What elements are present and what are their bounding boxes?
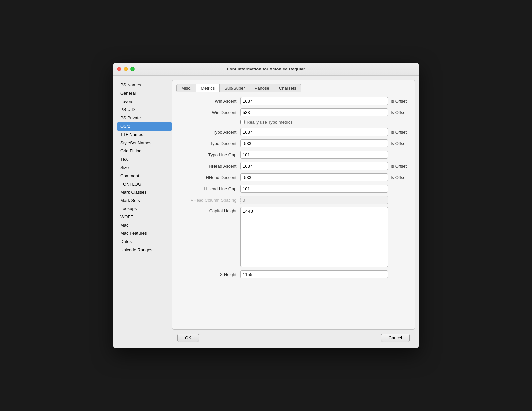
- minimize-button[interactable]: [124, 67, 128, 71]
- vhead-col-spacing-label: VHead Column Spacing:: [176, 198, 238, 203]
- win-descent-row: Win Descent: Is Offset: [176, 108, 411, 116]
- win-ascent-label: Win Ascent:: [176, 99, 238, 104]
- typo-ascent-row: Typo Ascent: Is Offset: [176, 128, 411, 136]
- win-ascent-input[interactable]: [240, 97, 388, 105]
- hhead-ascent-offset: Is Offset: [391, 164, 411, 169]
- sidebar-item-grid-fitting[interactable]: Grid Fitting: [117, 147, 172, 155]
- win-ascent-row: Win Ascent: Is Offset: [176, 97, 411, 105]
- hhead-ascent-input[interactable]: [240, 162, 388, 170]
- really-use-typo-checkbox[interactable]: [240, 120, 245, 124]
- sidebar-item-lookups[interactable]: Lookups: [117, 205, 172, 213]
- sidebar-item-tex[interactable]: TeX: [117, 155, 172, 164]
- sidebar-item-fontlog[interactable]: FONTLOG: [117, 180, 172, 189]
- typo-ascent-offset: Is Offset: [391, 130, 411, 135]
- sidebar-item-mark-classes[interactable]: Mark Classes: [117, 188, 172, 197]
- win-ascent-offset: Is Offset: [391, 99, 411, 104]
- typo-descent-row: Typo Descent: Is Offset: [176, 139, 411, 147]
- window-body: PS NamesGeneralLayersPS UIDPS PrivateOS/…: [113, 76, 419, 348]
- x-height-row: X Height:: [176, 270, 411, 278]
- win-descent-input[interactable]: [240, 108, 388, 116]
- hhead-line-gap-label: HHead Line Gap:: [176, 186, 238, 191]
- bottom-bar: OK Cancel: [172, 330, 415, 344]
- typo-line-gap-row: Typo Line Gap:: [176, 151, 411, 159]
- hhead-line-gap-input[interactable]: [240, 185, 388, 193]
- tabs: Misc.MetricsSub/SuperPanoseCharsets: [176, 84, 411, 92]
- tab-subsuper[interactable]: Sub/Super: [220, 84, 250, 92]
- window-title: Font Information for Aclonica-Regular: [227, 67, 305, 71]
- typo-ascent-input[interactable]: [240, 128, 388, 136]
- hhead-descent-offset: Is Offset: [391, 175, 411, 180]
- really-use-typo-row: Really use Typo metrics: [176, 120, 411, 125]
- tab-misc[interactable]: Misc.: [176, 84, 196, 92]
- sidebar-item-ttf-names[interactable]: TTF Names: [117, 131, 172, 139]
- sidebar-item-mac[interactable]: Mac: [117, 221, 172, 230]
- maximize-button[interactable]: [130, 67, 135, 71]
- sidebar-item-os2[interactable]: OS/2: [117, 122, 172, 131]
- window-controls: [117, 67, 135, 71]
- typo-line-gap-label: Typo Line Gap:: [176, 152, 238, 157]
- content-area: Misc.MetricsSub/SuperPanoseCharsets Win …: [172, 80, 415, 330]
- main-window: Font Information for Aclonica-Regular PS…: [113, 63, 419, 348]
- win-descent-label: Win Descent:: [176, 110, 238, 115]
- sidebar-item-comment[interactable]: Comment: [117, 172, 172, 180]
- typo-ascent-label: Typo Ascent:: [176, 130, 238, 135]
- close-button[interactable]: [117, 67, 121, 71]
- capital-height-row: Capital Height: 1440: [176, 207, 411, 267]
- capital-height-textarea[interactable]: 1440: [240, 207, 388, 267]
- sidebar-item-mark-sets[interactable]: Mark Sets: [117, 197, 172, 205]
- form-area: Win Ascent: Is Offset Win Descent: Is Of…: [176, 97, 411, 325]
- cancel-button[interactable]: Cancel: [381, 334, 410, 342]
- ok-button[interactable]: OK: [177, 334, 199, 342]
- titlebar: Font Information for Aclonica-Regular: [113, 63, 419, 76]
- sidebar: PS NamesGeneralLayersPS UIDPS PrivateOS/…: [117, 80, 172, 344]
- sidebar-item-ps-names[interactable]: PS Names: [117, 81, 172, 89]
- tab-charsets[interactable]: Charsets: [274, 84, 301, 92]
- hhead-ascent-row: HHead Ascent: Is Offset: [176, 162, 411, 170]
- hhead-descent-label: HHead Descent:: [176, 175, 238, 180]
- capital-height-label: Capital Height:: [176, 207, 238, 213]
- sidebar-item-dates[interactable]: Dates: [117, 238, 172, 246]
- sidebar-item-general[interactable]: General: [117, 89, 172, 98]
- typo-descent-input[interactable]: [240, 139, 388, 147]
- x-height-label: X Height:: [176, 272, 238, 277]
- sidebar-item-ps-private[interactable]: PS Private: [117, 114, 172, 122]
- vhead-col-spacing-row: VHead Column Spacing:: [176, 196, 411, 204]
- sidebar-item-styleset-names[interactable]: StyleSet Names: [117, 139, 172, 147]
- sidebar-item-ps-uid[interactable]: PS UID: [117, 106, 172, 114]
- typo-descent-label: Typo Descent:: [176, 141, 238, 146]
- typo-descent-offset: Is Offset: [391, 141, 411, 146]
- win-descent-offset: Is Offset: [391, 110, 411, 115]
- sidebar-item-unicode-ranges[interactable]: Unicode Ranges: [117, 246, 172, 254]
- hhead-ascent-label: HHead Ascent:: [176, 164, 238, 169]
- really-use-typo-label[interactable]: Really use Typo metrics: [247, 120, 293, 125]
- hhead-descent-row: HHead Descent: Is Offset: [176, 173, 411, 181]
- sidebar-item-layers[interactable]: Layers: [117, 98, 172, 106]
- sidebar-item-woff[interactable]: WOFF: [117, 213, 172, 221]
- tab-metrics[interactable]: Metrics: [196, 84, 220, 92]
- tab-panose[interactable]: Panose: [250, 84, 274, 92]
- hhead-descent-input[interactable]: [240, 173, 388, 181]
- typo-line-gap-input[interactable]: [240, 151, 388, 159]
- vhead-col-spacing-input: [240, 196, 388, 204]
- sidebar-item-mac-features[interactable]: Mac Features: [117, 229, 172, 238]
- sidebar-item-size[interactable]: Size: [117, 164, 172, 172]
- x-height-input[interactable]: [240, 270, 388, 278]
- hhead-line-gap-row: HHead Line Gap:: [176, 185, 411, 193]
